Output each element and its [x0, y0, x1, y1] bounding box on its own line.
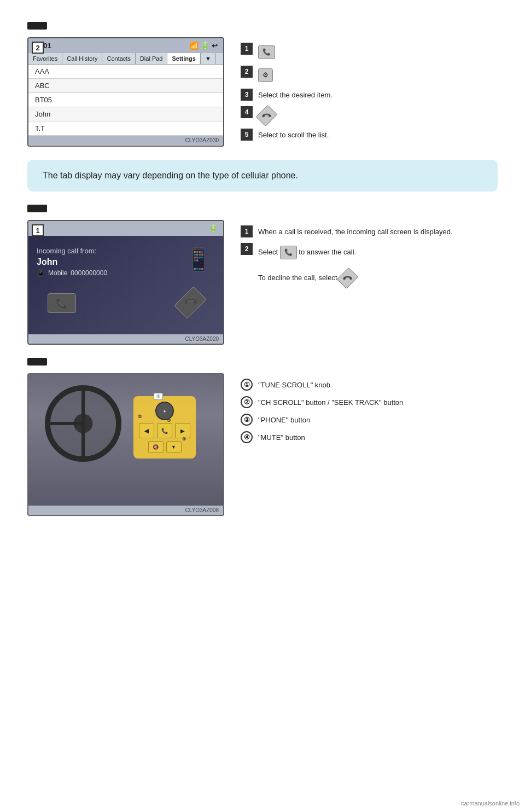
- steering-spoke-bottom: [81, 424, 85, 456]
- ch-btn-wrapper: ◀ ②: [139, 423, 154, 438]
- badge-4-overlay: ④: [182, 437, 186, 442]
- info-box-text: The tab display may vary depending on th…: [43, 171, 298, 180]
- contact-bt05[interactable]: BT05: [28, 93, 223, 107]
- steering-wheel: [45, 385, 121, 462]
- circle-badge-3: ③: [241, 414, 253, 426]
- tab-scroll[interactable]: ▼: [201, 53, 216, 64]
- vol-down-button[interactable]: ▼: [166, 441, 182, 453]
- circle-badge-2: ②: [241, 396, 253, 408]
- phone-ctrl-btn[interactable]: 📞 ③: [157, 423, 172, 438]
- legend-num-2: 2: [241, 66, 253, 78]
- steering-spoke-top: [81, 391, 85, 424]
- incoming-type: Mobile: [48, 269, 67, 277]
- section1-bar: [27, 22, 47, 30]
- mute-button[interactable]: 🔇: [148, 441, 164, 453]
- legend3-text-3: "PHONE" button: [258, 414, 310, 425]
- section3-legend: ① "TUNE SCROLL" knob ② "CH SCROLL" butto…: [241, 373, 498, 443]
- tune-knob[interactable]: ● ①: [155, 402, 174, 420]
- incoming-screen: 1 📶 🔋 Incoming call from: John 📱 Mobile …: [27, 220, 224, 345]
- nav-tabs[interactable]: Favorites Call History Contacts Dial Pad…: [28, 53, 223, 65]
- contact-aaa[interactable]: AAA: [28, 65, 223, 79]
- settings-icon: ⚙: [258, 68, 273, 82]
- incoming-screen-header: 📶 🔋: [28, 221, 223, 236]
- legend-num-5: 5: [241, 129, 253, 141]
- mute-row: 🔇 ▼: [148, 441, 182, 453]
- legend2-num-2: 2: [241, 243, 253, 255]
- section1-legend: 1 📞 2 ⚙ 3 Select the desired item. 4: [241, 37, 498, 141]
- footer-branding: carmanualsonline.info: [461, 800, 520, 807]
- screen-footer-2: CLYO3AZ020: [28, 334, 223, 344]
- steering-spoke-left: [50, 422, 83, 425]
- legend-num-3: 3: [241, 89, 253, 101]
- screen-footer-1: CLYO3AZ030: [28, 136, 223, 145]
- badge-3-overlay: ③: [167, 418, 171, 423]
- phone-graphic: 📱: [185, 247, 212, 272]
- seek-button[interactable]: ▶ ④: [175, 423, 190, 438]
- dashboard-visual: ● ① ◀ ② 📞 ③: [28, 374, 223, 506]
- legend-num-1: 1: [241, 43, 253, 55]
- answer-button[interactable]: 📞: [48, 293, 76, 313]
- header-icons: 📶 🔋 ↩: [190, 42, 218, 50]
- contact-tt[interactable]: T.T: [28, 121, 223, 136]
- legend2-item-1: 1 When a call is received, the incoming …: [241, 225, 498, 237]
- legend-item-5: 5 Select to scroll the list.: [241, 129, 498, 141]
- legend3-text-1: "TUNE SCROLL" knob: [258, 379, 330, 390]
- legend2-text-1: When a call is received, the incoming ca…: [258, 225, 453, 237]
- screen-badge-incoming: 1: [32, 224, 44, 236]
- dashboard-image: ● ① ◀ ② 📞 ③: [27, 373, 224, 516]
- legend-item-4: 4 📞: [241, 106, 498, 124]
- section1-content: 2 BT01 📶 🔋 ↩ Favorites Call History Cont…: [27, 37, 498, 147]
- back-icon: ↩: [212, 42, 218, 50]
- circle-badge-4: ④: [241, 431, 253, 443]
- controls-panel: ● ① ◀ ② 📞 ③: [133, 396, 196, 459]
- legend-item-2: 2 ⚙: [241, 66, 498, 83]
- tab-dial-pad[interactable]: Dial Pad: [136, 53, 168, 64]
- screen-footer-3: CLYO3AZ008: [28, 506, 223, 515]
- incoming-number: 0000000000: [71, 269, 107, 277]
- legend3-item-3: ③ "PHONE" button: [241, 414, 498, 426]
- legend-item-3: 3 Select the desired item.: [241, 89, 498, 101]
- section2-content: 1 📶 🔋 Incoming call from: John 📱 Mobile …: [27, 220, 498, 345]
- contact-john[interactable]: John: [28, 107, 223, 121]
- signal-bars-icon: 📶: [190, 42, 199, 50]
- end-button[interactable]: 📞: [174, 286, 206, 318]
- tab-contacts[interactable]: Contacts: [102, 53, 135, 64]
- section2-bar: [27, 205, 47, 212]
- legend3-text-4: "MUTE" button: [258, 431, 305, 443]
- contacts-list: AAA ABC BT05 John T.T: [28, 65, 223, 136]
- answer-icon-2: 📞: [280, 246, 297, 259]
- battery-icon: 🔋: [201, 42, 209, 50]
- mobile-icon: 📱: [37, 269, 45, 277]
- bt01-screen: 2 BT01 📶 🔋 ↩ Favorites Call History Cont…: [27, 37, 224, 147]
- section3-content: ● ① ◀ ② 📞 ③: [27, 373, 498, 516]
- section2-legend: 1 When a call is received, the incoming …: [241, 220, 498, 286]
- legend-text-2: ⚙: [258, 66, 273, 83]
- legend-text-5: Select to scroll the list.: [258, 129, 329, 140]
- incoming-call-area: Incoming call from: John 📱 Mobile 000000…: [28, 236, 223, 334]
- end-call-icon: 📞: [256, 105, 277, 126]
- circle-badge-1: ①: [241, 379, 253, 391]
- legend2-num-1: 1: [241, 225, 253, 237]
- info-box: The tab display may vary depending on th…: [27, 160, 498, 192]
- section3-bar: [27, 358, 47, 366]
- contact-abc[interactable]: ABC: [28, 79, 223, 93]
- badge-1-overlay: ①: [154, 393, 163, 400]
- legend-text-4: 📞: [258, 106, 275, 124]
- page-container: 2 BT01 📶 🔋 ↩ Favorites Call History Cont…: [0, 0, 525, 551]
- legend3-item-1: ① "TUNE SCROLL" knob: [241, 379, 498, 391]
- tab-settings[interactable]: Settings: [167, 53, 200, 64]
- steering-wheel-area: [45, 385, 121, 462]
- answer-icon-1: 📞: [258, 45, 275, 59]
- legend3-item-4: ④ "MUTE" button: [241, 431, 498, 443]
- battery-icon-2: 🔋: [209, 224, 218, 233]
- ch-button[interactable]: ◀: [139, 423, 154, 438]
- legend2-text-2: Select 📞 to answer the call. To decline …: [258, 243, 356, 286]
- legend-text-1: 📞: [258, 43, 275, 60]
- screen-badge-1: 2: [32, 42, 44, 54]
- legend-text-3: Select the desired item.: [258, 89, 332, 100]
- badge-2-overlay: ②: [138, 414, 142, 419]
- ch-seek-row: ◀ ② 📞 ③ ▶ ④: [139, 423, 190, 438]
- tab-favorites[interactable]: Favorites: [28, 53, 62, 64]
- legend3-text-2: "CH SCROLL" button / "SEEK TRACK" button: [258, 396, 403, 408]
- tab-call-history[interactable]: Call History: [62, 53, 102, 64]
